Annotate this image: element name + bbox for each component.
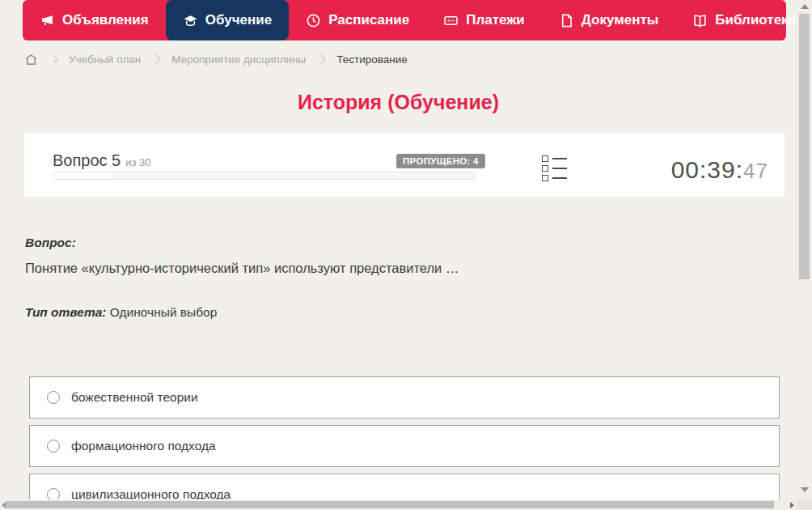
- question-number-label: Вопрос 5: [53, 151, 121, 169]
- nav-item-library[interactable]: Библиотека: [675, 0, 812, 40]
- question-list-icon[interactable]: [542, 155, 567, 181]
- answer-options: божественной теории формационного подход…: [29, 376, 780, 510]
- nav-item-documents[interactable]: Документы: [542, 0, 676, 40]
- chevron-right-icon: [152, 54, 161, 63]
- chevron-right-icon: [49, 54, 57, 63]
- horizontal-scrollbar-thumb[interactable]: [6, 501, 774, 508]
- question-total: из 30: [125, 156, 150, 168]
- page-title: История (Обучение): [0, 91, 797, 114]
- scrollbar-corner: [797, 499, 812, 510]
- option-label: формационного подхода: [71, 439, 216, 453]
- radio-button-icon[interactable]: [47, 440, 60, 453]
- breadcrumb-item-discipline-event[interactable]: Мероприятие дисциплины: [171, 53, 306, 66]
- answer-type-label: Тип ответа:: [25, 305, 107, 319]
- breadcrumb-item-testing: Тестирование: [336, 53, 408, 66]
- scroll-down-arrow-icon[interactable]: [801, 487, 809, 492]
- question-progress-bar: [53, 172, 476, 180]
- payment-card-icon: [443, 13, 459, 28]
- vertical-scrollbar-thumb[interactable]: [799, 14, 810, 279]
- document-icon: [559, 13, 574, 28]
- quiz-page: Объявления Обучение Расписание Платежи: [0, 0, 812, 510]
- answer-type-value: Одиночный выбор: [110, 305, 218, 319]
- nav-label: Расписание: [328, 12, 409, 28]
- breadcrumb-item-curriculum[interactable]: Учебный план: [69, 53, 141, 66]
- timer-seconds: 47: [743, 159, 768, 183]
- answer-option[interactable]: божественной теории: [29, 376, 780, 419]
- countdown-timer: 00:39:47: [671, 156, 768, 184]
- clock-icon: [306, 13, 321, 28]
- nav-label: Объявления: [62, 12, 149, 28]
- horizontal-scrollbar[interactable]: [0, 499, 797, 510]
- nav-item-learning[interactable]: Обучение: [166, 0, 289, 40]
- nav-item-announcements[interactable]: Объявления: [23, 0, 166, 40]
- question-block: Вопрос: Понятие «культурно-исторический …: [25, 236, 777, 276]
- question-header-card: Вопрос 5из 30 ПРОПУЩЕНО: 4 00:39:47: [24, 133, 785, 197]
- timer-hours-minutes: 00:39:: [671, 156, 743, 183]
- progress-fill: [53, 172, 112, 179]
- scroll-right-arrow-icon[interactable]: [790, 502, 794, 508]
- book-icon: [692, 13, 708, 28]
- answer-option[interactable]: формационного подхода: [29, 425, 780, 467]
- nav-item-schedule[interactable]: Расписание: [289, 0, 426, 40]
- nav-item-payments[interactable]: Платежи: [426, 0, 542, 40]
- scroll-up-arrow-icon[interactable]: [801, 4, 809, 9]
- nav-label: Библиотека: [715, 12, 796, 28]
- chevron-right-icon: [317, 54, 326, 63]
- megaphone-icon: [40, 13, 55, 28]
- main-navbar: Объявления Обучение Расписание Платежи: [23, 0, 786, 40]
- graduation-cap-icon: [183, 13, 198, 28]
- home-icon[interactable]: [24, 53, 38, 66]
- nav-label: Платежи: [466, 12, 525, 28]
- option-label: божественной теории: [71, 390, 198, 405]
- question-text: Понятие «культурно-исторический тип» исп…: [25, 261, 777, 276]
- skipped-badge: ПРОПУЩЕНО: 4: [396, 154, 485, 168]
- breadcrumb: Учебный план Мероприятие дисциплины Тест…: [24, 49, 408, 70]
- answer-type-line: Тип ответа: Одиночный выбор: [25, 305, 217, 320]
- vertical-scrollbar[interactable]: [797, 0, 812, 499]
- nav-label: Обучение: [205, 12, 272, 28]
- question-number: Вопрос 5из 30: [53, 151, 151, 170]
- nav-label: Документы: [582, 12, 659, 28]
- radio-button-icon[interactable]: [47, 391, 60, 404]
- question-heading: Вопрос:: [25, 236, 777, 250]
